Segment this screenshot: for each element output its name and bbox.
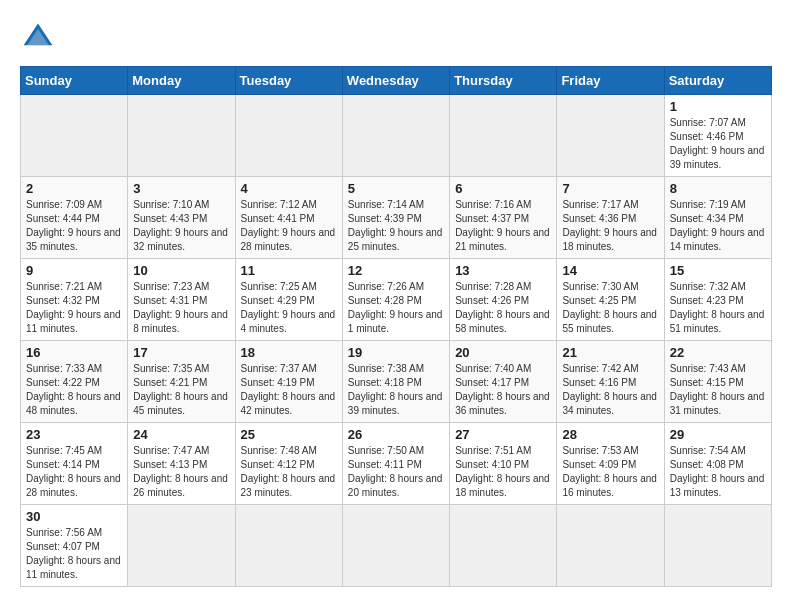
day-number: 27 [455, 427, 551, 442]
day-info: Sunrise: 7:16 AM Sunset: 4:37 PM Dayligh… [455, 198, 551, 254]
calendar-day-cell: 19Sunrise: 7:38 AM Sunset: 4:18 PM Dayli… [342, 341, 449, 423]
day-info: Sunrise: 7:47 AM Sunset: 4:13 PM Dayligh… [133, 444, 229, 500]
day-number: 29 [670, 427, 766, 442]
day-info: Sunrise: 7:23 AM Sunset: 4:31 PM Dayligh… [133, 280, 229, 336]
day-of-week-header: Tuesday [235, 67, 342, 95]
day-number: 20 [455, 345, 551, 360]
day-info: Sunrise: 7:12 AM Sunset: 4:41 PM Dayligh… [241, 198, 337, 254]
day-number: 22 [670, 345, 766, 360]
day-of-week-header: Monday [128, 67, 235, 95]
calendar-day-cell [664, 505, 771, 587]
day-number: 2 [26, 181, 122, 196]
calendar-day-cell: 27Sunrise: 7:51 AM Sunset: 4:10 PM Dayli… [450, 423, 557, 505]
day-number: 24 [133, 427, 229, 442]
calendar-week-row: 30Sunrise: 7:56 AM Sunset: 4:07 PM Dayli… [21, 505, 772, 587]
calendar-day-cell: 25Sunrise: 7:48 AM Sunset: 4:12 PM Dayli… [235, 423, 342, 505]
day-number: 28 [562, 427, 658, 442]
calendar: SundayMondayTuesdayWednesdayThursdayFrid… [20, 66, 772, 587]
day-number: 8 [670, 181, 766, 196]
day-info: Sunrise: 7:33 AM Sunset: 4:22 PM Dayligh… [26, 362, 122, 418]
calendar-week-row: 1Sunrise: 7:07 AM Sunset: 4:46 PM Daylig… [21, 95, 772, 177]
calendar-day-cell: 6Sunrise: 7:16 AM Sunset: 4:37 PM Daylig… [450, 177, 557, 259]
logo [20, 20, 60, 56]
day-number: 25 [241, 427, 337, 442]
calendar-day-cell: 29Sunrise: 7:54 AM Sunset: 4:08 PM Dayli… [664, 423, 771, 505]
day-number: 16 [26, 345, 122, 360]
calendar-day-cell: 13Sunrise: 7:28 AM Sunset: 4:26 PM Dayli… [450, 259, 557, 341]
calendar-week-row: 23Sunrise: 7:45 AM Sunset: 4:14 PM Dayli… [21, 423, 772, 505]
day-info: Sunrise: 7:32 AM Sunset: 4:23 PM Dayligh… [670, 280, 766, 336]
calendar-day-cell: 12Sunrise: 7:26 AM Sunset: 4:28 PM Dayli… [342, 259, 449, 341]
calendar-day-cell [557, 505, 664, 587]
day-info: Sunrise: 7:42 AM Sunset: 4:16 PM Dayligh… [562, 362, 658, 418]
day-number: 21 [562, 345, 658, 360]
day-info: Sunrise: 7:21 AM Sunset: 4:32 PM Dayligh… [26, 280, 122, 336]
day-info: Sunrise: 7:25 AM Sunset: 4:29 PM Dayligh… [241, 280, 337, 336]
day-of-week-header: Wednesday [342, 67, 449, 95]
calendar-day-cell [128, 95, 235, 177]
day-info: Sunrise: 7:30 AM Sunset: 4:25 PM Dayligh… [562, 280, 658, 336]
calendar-day-cell: 8Sunrise: 7:19 AM Sunset: 4:34 PM Daylig… [664, 177, 771, 259]
calendar-day-cell: 21Sunrise: 7:42 AM Sunset: 4:16 PM Dayli… [557, 341, 664, 423]
day-of-week-header: Thursday [450, 67, 557, 95]
day-number: 5 [348, 181, 444, 196]
calendar-day-cell [450, 505, 557, 587]
calendar-day-cell [342, 505, 449, 587]
calendar-day-cell [557, 95, 664, 177]
day-info: Sunrise: 7:54 AM Sunset: 4:08 PM Dayligh… [670, 444, 766, 500]
calendar-day-cell: 20Sunrise: 7:40 AM Sunset: 4:17 PM Dayli… [450, 341, 557, 423]
day-info: Sunrise: 7:26 AM Sunset: 4:28 PM Dayligh… [348, 280, 444, 336]
day-info: Sunrise: 7:48 AM Sunset: 4:12 PM Dayligh… [241, 444, 337, 500]
calendar-day-cell: 2Sunrise: 7:09 AM Sunset: 4:44 PM Daylig… [21, 177, 128, 259]
calendar-day-cell: 22Sunrise: 7:43 AM Sunset: 4:15 PM Dayli… [664, 341, 771, 423]
calendar-day-cell [235, 505, 342, 587]
calendar-week-row: 2Sunrise: 7:09 AM Sunset: 4:44 PM Daylig… [21, 177, 772, 259]
day-of-week-header: Sunday [21, 67, 128, 95]
day-number: 17 [133, 345, 229, 360]
day-info: Sunrise: 7:53 AM Sunset: 4:09 PM Dayligh… [562, 444, 658, 500]
day-info: Sunrise: 7:10 AM Sunset: 4:43 PM Dayligh… [133, 198, 229, 254]
day-info: Sunrise: 7:37 AM Sunset: 4:19 PM Dayligh… [241, 362, 337, 418]
day-info: Sunrise: 7:14 AM Sunset: 4:39 PM Dayligh… [348, 198, 444, 254]
calendar-day-cell: 10Sunrise: 7:23 AM Sunset: 4:31 PM Dayli… [128, 259, 235, 341]
day-info: Sunrise: 7:43 AM Sunset: 4:15 PM Dayligh… [670, 362, 766, 418]
calendar-day-cell: 18Sunrise: 7:37 AM Sunset: 4:19 PM Dayli… [235, 341, 342, 423]
calendar-day-cell: 4Sunrise: 7:12 AM Sunset: 4:41 PM Daylig… [235, 177, 342, 259]
day-number: 15 [670, 263, 766, 278]
day-info: Sunrise: 7:51 AM Sunset: 4:10 PM Dayligh… [455, 444, 551, 500]
calendar-header: SundayMondayTuesdayWednesdayThursdayFrid… [21, 67, 772, 95]
day-number: 1 [670, 99, 766, 114]
day-number: 7 [562, 181, 658, 196]
day-info: Sunrise: 7:50 AM Sunset: 4:11 PM Dayligh… [348, 444, 444, 500]
logo-icon [20, 20, 56, 56]
calendar-day-cell [128, 505, 235, 587]
calendar-day-cell: 16Sunrise: 7:33 AM Sunset: 4:22 PM Dayli… [21, 341, 128, 423]
day-number: 9 [26, 263, 122, 278]
day-number: 4 [241, 181, 337, 196]
day-info: Sunrise: 7:07 AM Sunset: 4:46 PM Dayligh… [670, 116, 766, 172]
day-info: Sunrise: 7:40 AM Sunset: 4:17 PM Dayligh… [455, 362, 551, 418]
day-of-week-header: Saturday [664, 67, 771, 95]
day-number: 26 [348, 427, 444, 442]
calendar-day-cell: 15Sunrise: 7:32 AM Sunset: 4:23 PM Dayli… [664, 259, 771, 341]
day-info: Sunrise: 7:38 AM Sunset: 4:18 PM Dayligh… [348, 362, 444, 418]
calendar-day-cell [342, 95, 449, 177]
day-info: Sunrise: 7:28 AM Sunset: 4:26 PM Dayligh… [455, 280, 551, 336]
day-number: 13 [455, 263, 551, 278]
day-number: 10 [133, 263, 229, 278]
calendar-day-cell [450, 95, 557, 177]
day-info: Sunrise: 7:56 AM Sunset: 4:07 PM Dayligh… [26, 526, 122, 582]
calendar-day-cell: 26Sunrise: 7:50 AM Sunset: 4:11 PM Dayli… [342, 423, 449, 505]
day-info: Sunrise: 7:17 AM Sunset: 4:36 PM Dayligh… [562, 198, 658, 254]
calendar-day-cell: 24Sunrise: 7:47 AM Sunset: 4:13 PM Dayli… [128, 423, 235, 505]
calendar-day-cell: 30Sunrise: 7:56 AM Sunset: 4:07 PM Dayli… [21, 505, 128, 587]
day-number: 3 [133, 181, 229, 196]
calendar-day-cell: 3Sunrise: 7:10 AM Sunset: 4:43 PM Daylig… [128, 177, 235, 259]
calendar-week-row: 9Sunrise: 7:21 AM Sunset: 4:32 PM Daylig… [21, 259, 772, 341]
calendar-day-cell [235, 95, 342, 177]
day-number: 18 [241, 345, 337, 360]
day-info: Sunrise: 7:09 AM Sunset: 4:44 PM Dayligh… [26, 198, 122, 254]
day-number: 30 [26, 509, 122, 524]
day-number: 6 [455, 181, 551, 196]
day-info: Sunrise: 7:19 AM Sunset: 4:34 PM Dayligh… [670, 198, 766, 254]
